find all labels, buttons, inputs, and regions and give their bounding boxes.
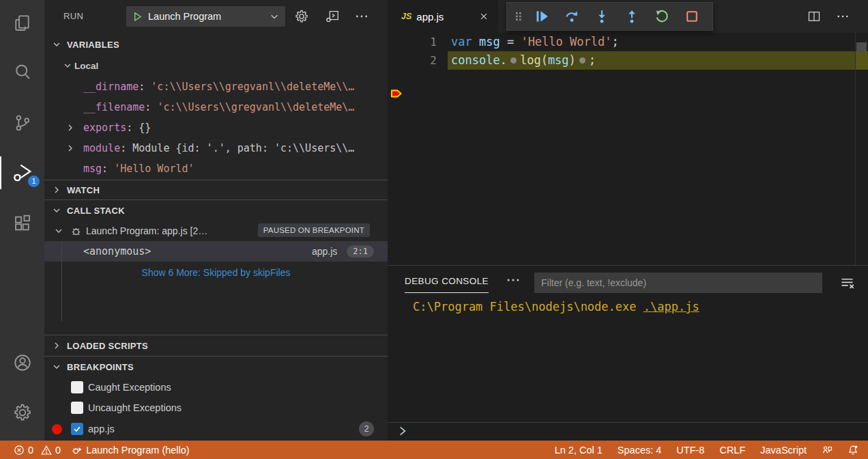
run-and-debug-icon[interactable]: 1 [0,156,44,189]
language-mode[interactable]: JavaScript [760,441,807,459]
stack-frame-row[interactable]: <anonymous> app.js 2:1 [44,241,388,262]
indentation[interactable]: Spaces: 4 [618,441,662,459]
check-icon [73,425,81,433]
inline-breakpoint-candidate-icon[interactable] [510,57,517,64]
chevron-right-icon [65,143,76,154]
warnings-icon [41,445,52,456]
breakpoint-count-badge: 2 [359,421,374,436]
activity-bar: 1 [0,0,44,441]
debug-session-row[interactable]: Launch Program: app.js [2… PAUSED ON BRE… [44,221,388,241]
variable-row[interactable]: module: Module {id: '.', path: 'c:\\User… [44,138,388,158]
launch-config-dropdown[interactable]: Launch Program [126,6,285,27]
stop-button[interactable] [680,5,704,28]
chevron-down-icon [270,12,279,21]
line-number: 1 [388,33,437,51]
line-number: 2 [388,51,437,70]
editor-tab-bar: JS app.js [388,0,868,33]
split-editor-icon[interactable] [807,10,821,23]
editor-group: JS app.js [388,0,868,265]
scrollbar-thumb[interactable] [856,42,867,52]
breakpoint-dot-icon [52,424,62,434]
run-toolbar: RUN Launch Program [44,0,388,33]
breakpoint-row: Uncaught Exceptions [44,398,388,418]
problems-status[interactable]: 0 0 [14,441,61,459]
variable-row[interactable]: __filename: 'c:\\Users\\gregvanl\\delete… [44,97,388,117]
errors-icon [14,445,25,456]
eol-sequence[interactable]: CRLF [719,441,745,459]
continue-button[interactable] [530,5,553,28]
frame-file: app.js [312,246,337,257]
debug-console-icon[interactable] [325,9,340,24]
variables-section-header[interactable]: VARIABLES [44,34,388,55]
active-debug-session[interactable]: Launch Program (hello) [72,441,190,459]
loaded-scripts-section-header[interactable]: LOADED SCRIPTS [44,335,388,356]
scope-local[interactable]: Local [44,55,388,76]
step-into-button[interactable] [590,5,613,28]
tree-indent-guide [61,241,62,321]
explorer-icon[interactable] [0,7,44,40]
start-debug-icon [132,12,143,22]
step-over-icon [564,9,579,24]
variable-row[interactable]: msg: 'Hello World' [44,158,388,179]
cursor-position[interactable]: Ln 2, Col 1 [555,441,603,459]
variable-row[interactable]: __dirname: 'c:\\Users\\gregvanl\\deleteM… [44,76,388,97]
step-over-button[interactable] [560,5,583,28]
clear-console-icon[interactable] [839,275,855,291]
search-icon[interactable] [0,55,44,88]
code-area[interactable]: 1 var msg = 'Hello World'; 2 console.log… [388,33,868,265]
inline-breakpoint-candidate-icon[interactable] [579,57,585,64]
frame-position-badge: 2:1 [347,245,374,258]
encoding[interactable]: UTF-8 [676,441,704,459]
code-line[interactable]: 1 var msg = 'Hello World'; [388,33,868,51]
toolbar-drag-grip[interactable] [514,10,523,23]
console-filter-input[interactable] [534,273,822,293]
more-actions-icon[interactable] [506,273,521,288]
extensions-icon[interactable] [0,207,44,240]
tab-appjs[interactable]: JS app.js [388,0,498,33]
more-actions-icon[interactable] [836,10,850,23]
restart-icon [654,9,669,24]
console-input-divider [388,422,868,423]
console-file-link[interactable]: .\app.js [643,300,699,314]
feedback-icon[interactable] [822,441,833,459]
debug-badge: 1 [28,176,40,187]
launch-config-label: Launch Program [148,11,264,22]
more-actions-icon[interactable] [355,9,368,24]
restart-button[interactable] [650,5,674,28]
breakpoints-section-header[interactable]: BREAKPOINTS [44,357,388,377]
chevron-right-icon [51,340,62,351]
run-debug-sidebar: RUN Launch Program VARIABLES Local __dir… [44,0,388,441]
appjs-breakpoint-checkbox[interactable] [71,423,83,435]
step-into-icon [594,9,609,24]
watch-section-header[interactable]: WATCH [44,180,388,199]
settings-gear-icon[interactable] [0,396,44,429]
debug-session-icon [70,225,82,237]
close-icon[interactable] [479,12,489,21]
chevron-down-icon [51,39,62,50]
step-out-button[interactable] [620,5,643,28]
frame-name: <anonymous> [83,245,312,258]
variable-row[interactable]: exports: {} [44,117,388,138]
show-more-link[interactable]: Show 6 More: Skipped by skipFiles [44,262,388,283]
chevron-down-icon [53,225,64,236]
uncaught-exceptions-checkbox[interactable] [71,402,83,414]
step-out-icon [624,9,639,24]
debug-session-icon [72,445,83,456]
notifications-bell-icon[interactable] [848,441,858,459]
console-output-line: C:\Program Files\nodejs\node.exe .\app.j… [413,300,699,314]
caught-exceptions-checkbox[interactable] [71,381,83,393]
tab-debug-console[interactable]: DEBUG CONSOLE [405,276,489,293]
console-prompt-chevron-icon[interactable] [396,425,409,437]
code-line[interactable]: 2 console.log(msg); [388,51,868,70]
gear-icon[interactable] [294,9,309,24]
source-control-icon[interactable] [0,107,44,139]
call-stack-section-header[interactable]: CALL STACK [44,200,388,221]
continue-icon [534,9,549,24]
breakpoint-row: Caught Exceptions [44,377,388,398]
paused-on-breakpoint-badge: PAUSED ON BREAKPOINT [258,223,370,237]
debug-toolbar [506,2,713,31]
chevron-right-icon [65,122,76,133]
breakpoint-current-line-icon[interactable] [390,88,406,99]
account-icon[interactable] [0,346,44,379]
chevron-down-icon [51,205,62,216]
